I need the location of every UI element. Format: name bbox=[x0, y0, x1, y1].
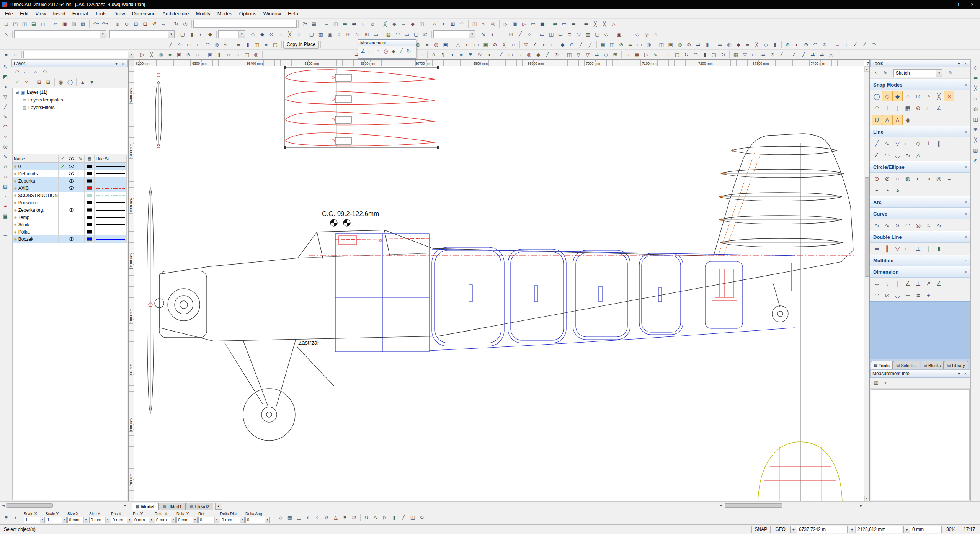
line-perpendicular-icon[interactable]: ⊥ bbox=[923, 138, 934, 149]
text-find-icon[interactable]: ↻ bbox=[475, 50, 484, 59]
publish-icon[interactable]: ◇ bbox=[633, 30, 642, 38]
curve-helix-icon[interactable]: ≈ bbox=[923, 220, 934, 230]
union-icon[interactable]: ⊘ bbox=[783, 40, 792, 49]
scroll-right-icon[interactable]: ▶ bbox=[122, 503, 128, 508]
node-smooth-icon[interactable]: ╳ bbox=[500, 40, 509, 49]
layer-edit-icon[interactable]: ○ bbox=[31, 68, 40, 77]
snap-toggle-icon[interactable]: ◌ bbox=[359, 20, 368, 28]
dim-vertical-icon[interactable]: ↕ bbox=[842, 40, 851, 49]
grid-isometric-icon[interactable]: ○ bbox=[224, 50, 233, 59]
style-combo[interactable]: Sketch▾ bbox=[893, 69, 942, 77]
measure-coordinate-icon[interactable]: ◆ bbox=[390, 47, 397, 55]
render-quality-icon[interactable]: ◠ bbox=[457, 20, 467, 28]
field-dropdown-icon[interactable]: ▾ bbox=[83, 517, 88, 523]
field-input[interactable]: 0▾ bbox=[245, 517, 270, 523]
tail-access-panel[interactable] bbox=[791, 263, 807, 291]
section-double-line[interactable]: Double Line» bbox=[870, 231, 970, 243]
extend-icon[interactable]: ◠ bbox=[393, 30, 402, 38]
help-search-icon[interactable]: ?▾ bbox=[300, 20, 309, 28]
point-tool-icon[interactable]: · bbox=[1, 192, 10, 200]
layer-row-silnik[interactable]: ◈Silnik bbox=[13, 221, 127, 228]
field-input[interactable]: 1▾ bbox=[24, 517, 45, 523]
explode-icon[interactable]: ═ bbox=[569, 20, 578, 28]
tools-panel-close-icon[interactable]: × bbox=[963, 61, 968, 66]
coord-y-icon[interactable]: + bbox=[849, 526, 856, 533]
measure-distance-icon[interactable]: ∠ bbox=[497, 50, 506, 59]
snap-grid-icon[interactable]: ▦ bbox=[903, 103, 913, 113]
modify-array-icon[interactable]: ⊞ bbox=[344, 30, 353, 38]
curve-cubic-icon[interactable]: S bbox=[892, 220, 903, 230]
circle-tangent-point-icon[interactable]: ◐ bbox=[913, 173, 923, 184]
section-snap-modes[interactable]: Snap Modes» bbox=[870, 79, 970, 90]
workspace-icon[interactable]: ≡ bbox=[322, 20, 331, 28]
inspector-lock-icon[interactable]: ≡ bbox=[2, 513, 11, 522]
copy-in-place-button[interactable]: Copy In Place bbox=[283, 41, 319, 49]
panel-select-icon[interactable]: ↖ bbox=[872, 69, 881, 77]
menu-file[interactable]: File bbox=[2, 10, 16, 18]
dock-pin-icon[interactable]: ◌ bbox=[11, 50, 20, 59]
tools-panel-title[interactable]: Tools ▾ × bbox=[870, 60, 970, 67]
layer-row-defpoints[interactable]: ◈Defpoints bbox=[13, 170, 127, 177]
line-style-sample[interactable] bbox=[96, 217, 125, 218]
lock-y-icon[interactable]: ◫ bbox=[608, 40, 617, 49]
blade-profile[interactable] bbox=[155, 73, 162, 148]
section-curve[interactable]: Curve» bbox=[870, 208, 970, 219]
line-style-sample[interactable] bbox=[96, 210, 125, 211]
symbols-icon[interactable]: △ bbox=[609, 20, 618, 28]
snap-center-icon[interactable]: ⊙ bbox=[267, 30, 276, 38]
measure-perimeter-icon[interactable]: ◎ bbox=[524, 50, 534, 59]
layout-viewport-icon[interactable]: ◇ bbox=[601, 50, 611, 59]
snap-grid-toggle-icon[interactable]: ◐ bbox=[304, 513, 313, 522]
lamp-on-icon[interactable]: ◉ bbox=[56, 78, 65, 87]
gradient-fill-icon[interactable]: ▭ bbox=[556, 30, 565, 38]
menu-edit[interactable]: Edit bbox=[16, 10, 32, 18]
section-chevron-icon[interactable]: » bbox=[965, 199, 967, 205]
utility-units-icon[interactable]: ▭ bbox=[750, 50, 759, 59]
layer-color-swatch[interactable] bbox=[87, 237, 92, 241]
crosshair-toggle-icon[interactable]: ▮ bbox=[390, 513, 399, 522]
layer-panel-hscroll[interactable]: ◀ ▶ bbox=[0, 503, 128, 508]
field-dropdown-icon[interactable]: ▾ bbox=[193, 517, 197, 523]
trim-icon[interactable]: ▧ bbox=[384, 30, 393, 38]
text-spell-icon[interactable]: ⊞ bbox=[466, 50, 475, 59]
section-circle-ellipse[interactable]: Circle/Ellipse» bbox=[870, 161, 970, 173]
grid-settings-icon[interactable]: ◎ bbox=[252, 50, 261, 59]
snap-midpoint-icon[interactable]: ◆ bbox=[892, 91, 903, 101]
assemble-mate-icon[interactable]: ╱ bbox=[586, 40, 595, 49]
window-3[interactable] bbox=[573, 250, 630, 340]
layer-column-linestyle[interactable]: Line St. bbox=[95, 155, 127, 162]
utility-purge-icon[interactable]: ▧ bbox=[731, 50, 740, 59]
select-invert-icon[interactable]: ▣ bbox=[538, 20, 547, 28]
layer-color-swatch[interactable] bbox=[87, 230, 92, 234]
snap-none-icon[interactable]: ◯ bbox=[872, 91, 882, 101]
line-style-combo[interactable]: ▾ bbox=[433, 30, 475, 38]
ungroup-icon[interactable]: ▭ bbox=[560, 20, 569, 28]
select-all-icon[interactable]: ▷ bbox=[501, 20, 510, 28]
visibility-eye-icon[interactable] bbox=[69, 186, 74, 190]
dim-leader-icon[interactable]: ↗ bbox=[923, 278, 934, 289]
dline-wall-icon[interactable]: ▮ bbox=[934, 243, 944, 254]
copy-icon[interactable]: ▣ bbox=[60, 20, 69, 28]
lights-palette-icon[interactable]: ╳ bbox=[972, 136, 980, 144]
modify-scale-icon[interactable]: ▣ bbox=[325, 30, 335, 38]
text-line-icon[interactable]: A bbox=[429, 50, 438, 59]
field-input[interactable]: 0 mm▾ bbox=[155, 517, 176, 523]
drafting-palette-icon[interactable]: ◫ bbox=[331, 20, 340, 28]
node-edit-icon[interactable]: △ bbox=[454, 40, 463, 49]
section-icon[interactable]: ⊘ bbox=[820, 40, 829, 49]
table-insert-icon[interactable]: ▦ bbox=[583, 30, 593, 38]
measure-entity-icon[interactable]: ╱ bbox=[397, 47, 405, 55]
layer-color-swatch[interactable] bbox=[87, 223, 92, 226]
insert-xref-icon[interactable]: ◌ bbox=[416, 50, 426, 59]
format-pen-icon[interactable]: ≡ bbox=[165, 50, 175, 59]
layer-states-icon[interactable]: ◐ bbox=[196, 30, 206, 38]
brush-style-tool-icon[interactable]: ▣ bbox=[1, 212, 10, 220]
close-button[interactable]: × bbox=[965, 0, 980, 9]
drawing-area[interactable]: C.G. 99.2-122.6mm Zastrzał bbox=[128, 59, 870, 501]
assemble-fit-icon[interactable]: ∠ bbox=[531, 40, 540, 49]
draw-rectangle-icon[interactable]: ▭ bbox=[185, 40, 194, 49]
fuselage-outline[interactable] bbox=[147, 134, 853, 501]
layer-panel-menu-icon[interactable]: ▾ bbox=[114, 61, 119, 66]
measurement-palette[interactable]: Measurement ∠▭○◎◆╱↻ bbox=[358, 39, 416, 59]
help-palette-icon[interactable]: ⊙ bbox=[972, 157, 980, 165]
